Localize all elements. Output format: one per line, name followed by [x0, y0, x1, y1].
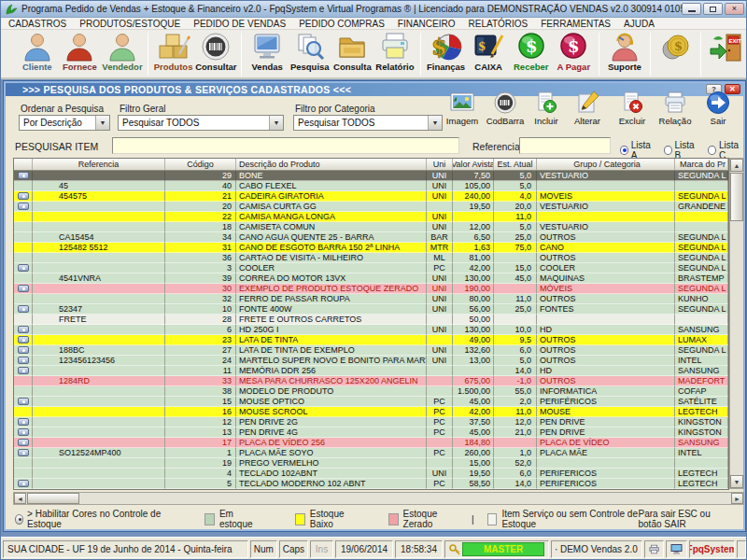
table-row[interactable]: 11 MEMÓRIA DDR 256 14,0 HD SANSUNG [14, 366, 728, 376]
cell-descricao: CADEIRA GIRATORIA [236, 191, 427, 202]
menu-cadastros[interactable]: CADASTROS [8, 19, 66, 29]
status-brand: FpqSystem [689, 540, 735, 558]
general-filter-select[interactable]: Pesquisar TODOS ▼ [118, 115, 284, 131]
scroll-right-icon[interactable]: ► [731, 493, 743, 504]
table-header: Referencia Código Descrição do Produto U… [14, 159, 728, 171]
table-row[interactable]: 32 FERRO DE PASSAR ROUPA UNI 80,00 11,0 … [14, 294, 728, 304]
toolbar-pesquisa-button[interactable]: Pesquisa [289, 32, 331, 77]
cash-book-icon: $ [472, 32, 505, 62]
table-row[interactable]: 20 CAMISA CURTA GG 19,50 20,0 VESTUARIO … [14, 202, 728, 212]
edit-button[interactable]: Alterar [568, 91, 607, 133]
scroll-down-icon[interactable]: ▼ [730, 475, 743, 488]
menu-pedido-compras[interactable]: PEDIDO COMPRAS [299, 19, 385, 29]
horizontal-scroll-thumb[interactable] [27, 493, 79, 504]
barcode-button[interactable]: CodBarra [486, 91, 525, 133]
add-button[interactable]: Incluir [527, 91, 566, 133]
toolbar-suporte-button[interactable]: Suporte [604, 32, 645, 77]
table-row[interactable]: 125482 5512 31 CANO DE ESGOTO BARRA 150 … [14, 243, 728, 253]
scroll-up-icon[interactable]: ▲ [730, 159, 743, 172]
category-filter-select[interactable]: Pesquisar TODOS ▼ [293, 115, 443, 131]
table-row[interactable]: CA15454 34 CANO AGUA QUENTE 25 - BARRA B… [14, 232, 728, 243]
table-row[interactable]: 123456123456 24 MARTELO SUPER NOVO E BON… [14, 356, 728, 366]
column-photo[interactable] [14, 159, 33, 170]
column-valor-avista[interactable]: Valor Avista [453, 159, 494, 170]
close-button[interactable]: × [725, 3, 744, 15]
table-row[interactable]: 29 BONE UNI 7,50 5,0 VESTUARIO SEGUNDA L [14, 171, 728, 181]
search-item-input[interactable] [112, 137, 459, 154]
toolbar-caixa-button[interactable]: $ CAIXA [468, 32, 509, 77]
toolbar-cliente-button[interactable]: Cliente [17, 32, 58, 77]
toolbar-receber-button[interactable]: $ Receber [511, 32, 552, 77]
vertical-scroll-thumb[interactable] [730, 173, 743, 221]
toolbar-apagar-button[interactable]: $ A Pagar [554, 32, 595, 77]
table-row[interactable]: 16 MOUSE SCROOL PC 42,00 11,0 MOUSE LEGT… [14, 407, 728, 417]
delete-button[interactable]: Excluir [613, 91, 652, 133]
column-referencia[interactable]: Referencia [33, 159, 165, 170]
column-grupo-categoria[interactable]: Grupo / Categoria [537, 159, 675, 170]
table-row[interactable]: 22 CAMISA MANGA LONGA UNI 11,0 [14, 212, 728, 222]
menu-relatorios[interactable]: RELATÓRIOS [469, 19, 529, 29]
table-row[interactable]: 45 40 CABO FLEXEL UNI 105,00 5,0 [14, 181, 728, 191]
menu-ajuda[interactable]: AJUDA [624, 19, 655, 29]
exit-form-button[interactable]: Sair [698, 91, 738, 133]
table-row[interactable]: 4541VNRA 39 CORREA DO MOTOR 13VX UNI 130… [14, 273, 728, 284]
chevron-down-icon: ▼ [428, 116, 442, 130]
toolbar-vendas-button[interactable]: Vendas [247, 32, 288, 77]
table-row[interactable]: 30 EXEMPLO DE PRODUTO ESTOQUE ZERADO UNI… [14, 284, 728, 294]
column-codigo[interactable]: Código [165, 159, 236, 170]
table-row[interactable]: 6 HD 250G I UNI 130,00 10,0 HD SANSUNG [14, 325, 728, 335]
toolbar-exit-button[interactable]: EXIT [706, 32, 747, 77]
menu-pedido-vendas[interactable]: PEDIDO DE VENDAS [193, 19, 286, 29]
status-printer-panel[interactable] [644, 540, 664, 558]
toolbar-consulta-button[interactable]: Consulta [332, 32, 374, 77]
table-row[interactable]: 18 CAMISETA COMUN UNI 12,00 5,0 VESTUARI… [14, 222, 728, 232]
cell-descricao: CORREA DO MOTOR 13VX [236, 273, 427, 284]
column-descricao[interactable]: Descrição do Produto [236, 159, 427, 170]
report-button[interactable]: Relação [655, 91, 695, 133]
cell-grupo-categoria: OUTROS [537, 376, 675, 386]
restore-button[interactable] [703, 3, 723, 15]
image-button[interactable]: Imagem [443, 91, 482, 133]
table-row[interactable]: 13 PEN DRIVE 4G PC 45,00 21,0 PEN DRIVE … [14, 427, 728, 438]
minimize-button[interactable] [682, 3, 701, 15]
toolbar-vendedor-button[interactable]: Vendedor [102, 32, 143, 77]
table-row[interactable]: 17 PLACA DE VÍDEO 256 184,80 PLACA DE VÍ… [14, 438, 728, 448]
table-row[interactable]: 15 MOUSE OPTICO PC 45,00 2,0 PERIFÉRICOS… [14, 397, 728, 407]
table-row[interactable]: 454575 21 CADEIRA GIRATORIA UNI 240,00 4… [14, 191, 728, 202]
toolbar-moeda-button[interactable]: $ [655, 32, 697, 77]
scroll-left-icon[interactable]: ◄ [14, 493, 26, 504]
table-row[interactable]: 1284RD 33 MESA PARA CHURRASCO 125X200 AN… [14, 376, 728, 386]
order-filter-select[interactable]: Por Descrição ▼ [19, 115, 110, 131]
column-marca[interactable]: Marca do Pr [675, 159, 728, 170]
reference-input[interactable] [519, 137, 611, 154]
table-row[interactable]: 38 MODELO DE PRODUTO 1.500,00 55,0 INFOR… [14, 386, 728, 397]
menu-ferramentas[interactable]: FERRAMENTAS [541, 19, 611, 29]
toolbar-financas-button[interactable]: $ Finanças [426, 32, 467, 77]
menu-financeiro[interactable]: FINANCEIRO [398, 19, 456, 29]
table-row[interactable]: 4 TECLADO 102ABNT UNI 19,50 6,0 PERIFERI… [14, 469, 728, 479]
cell-descricao: TECLADO 102ABNT [236, 469, 427, 479]
status-terminal-panel[interactable] [666, 540, 687, 558]
table-row[interactable]: 23 LATA DE TINTA 49,00 9,5 OUTROS LUMAX [14, 335, 728, 345]
toolbar-relatorio-button[interactable]: Relatório [374, 32, 416, 77]
table-row[interactable]: 52347 10 FONTE 400W UNI 56,00 25,0 FONTE… [14, 304, 728, 315]
toolbar-consultar-button[interactable]: Consultar [195, 32, 236, 77]
menu-produtos-estoque[interactable]: PRODUTOS/ESTOQUE [79, 19, 180, 29]
table-row[interactable]: 12 PEN DRIVE 2G PC 37,50 12,0 PEN DRIVE … [14, 417, 728, 427]
enable-colors-toggle[interactable]: > Habilitar Cores no Controle de Estoque [15, 509, 162, 529]
table-row[interactable]: 3 COOLER PC 42,00 15,0 COOLER SEGUNDA L [14, 263, 728, 273]
status-app-panel: DEMO Vendas 2.0 [551, 540, 641, 558]
table-row[interactable]: 36 CARTAO DE VISITA - MILHEIRO ML 81,00 … [14, 253, 728, 263]
table-row[interactable]: 5 TECLADO MODERNO 102 ABNT PC 58,50 14,0… [14, 479, 728, 489]
table-row[interactable]: SO12524MP400 1 PLACA MÃE SOYO PC 260,00 … [14, 448, 728, 458]
column-est-atual[interactable]: Est. Atual [494, 159, 537, 170]
toolbar-produtos-button[interactable]: Produtos [153, 32, 194, 77]
column-uni[interactable]: Uni [427, 159, 453, 170]
horizontal-scrollbar[interactable]: ◄ ► [13, 492, 744, 505]
toolbar-fornecedor-button[interactable]: Fornece [60, 32, 101, 77]
table-row[interactable]: 19 PREGO VERMELHO 15,00 52,0 [14, 458, 728, 469]
table-row[interactable]: FRETE 28 FRETE E OUTROS CARRETOS 50,00 [14, 315, 728, 325]
cell-descricao: EXEMPLO DE PRODUTO ESTOQUE ZERADO [236, 284, 427, 294]
vertical-scrollbar[interactable]: ▲ ▼ [729, 158, 744, 489]
table-row[interactable]: 188BC 27 LATA DE TINTA DE EXEMPLO UNI 13… [14, 345, 728, 356]
